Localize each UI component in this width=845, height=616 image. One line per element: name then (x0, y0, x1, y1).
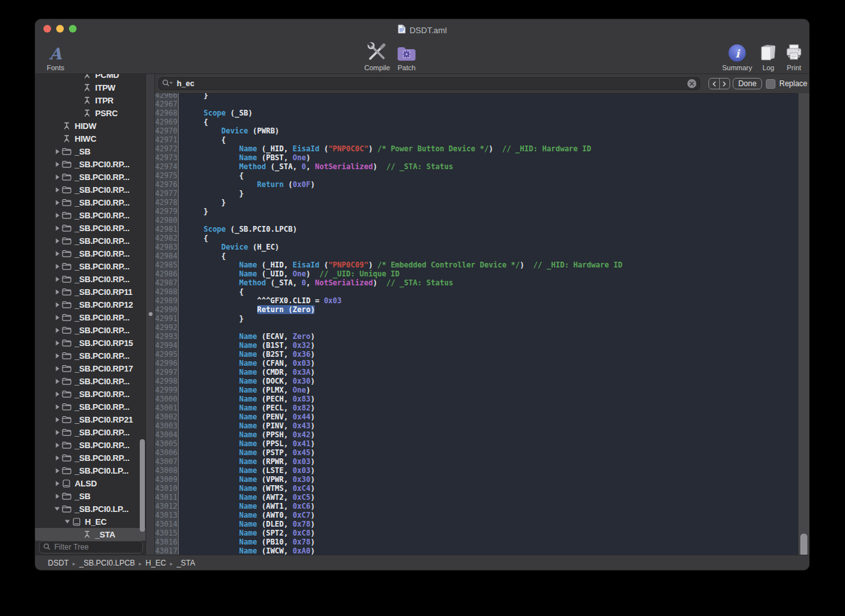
replace-checkbox[interactable] (766, 79, 775, 89)
pane-splitter[interactable] (146, 74, 155, 555)
disclosure-triangle-collapsed[interactable] (53, 251, 61, 257)
tree-item[interactable]: PSRC (35, 107, 146, 119)
breadcrumb-item[interactable]: H_EC (146, 559, 166, 567)
print-button[interactable]: Print (781, 40, 807, 71)
disclosure-triangle-collapsed[interactable] (53, 315, 61, 320)
search-menu-icon[interactable] (162, 78, 173, 89)
tree-item[interactable]: _SB.PCI0.RP... (35, 260, 146, 273)
disclosure-triangle-collapsed[interactable] (53, 391, 61, 397)
tree-item[interactable]: HIDW (35, 119, 146, 132)
compile-button[interactable]: Compile (362, 40, 393, 71)
tree-item[interactable]: PCMD (35, 74, 146, 81)
tree-item[interactable]: _SB.PCI0.RP... (35, 375, 146, 387)
done-button[interactable]: Done (733, 78, 762, 89)
breadcrumb-item[interactable]: DSDT (48, 559, 69, 567)
tree-item[interactable]: _SB.PCI0.RP... (35, 170, 146, 183)
disclosure-triangle-collapsed[interactable] (53, 430, 61, 435)
tree-item[interactable]: _SB.PCI0.RP... (35, 222, 146, 234)
disclosure-triangle-collapsed[interactable] (53, 162, 61, 167)
tree-item[interactable]: _SB.PCI0.RP... (35, 426, 146, 439)
tree-item[interactable]: _SB.PCI0.LP... (35, 502, 146, 515)
tree-item[interactable]: ITPW (35, 81, 146, 94)
breadcrumb-item[interactable]: _STA (177, 559, 195, 567)
disclosure-triangle-collapsed[interactable] (53, 289, 61, 295)
tree-item[interactable]: _SB (35, 145, 146, 158)
sidebar-scrollbar-thumb[interactable] (140, 439, 145, 532)
disclosure-triangle-expanded[interactable] (63, 519, 71, 524)
tree-item[interactable]: ALSD (35, 477, 146, 490)
tree-item[interactable]: _SB.PCI0.RP15 (35, 336, 146, 349)
tree-item[interactable]: _SB.PCI0.RP11 (35, 285, 146, 298)
clear-search-icon[interactable] (687, 79, 696, 88)
disclosure-triangle-collapsed[interactable] (53, 174, 61, 180)
tree-item[interactable]: _SB.PCI0.RP... (35, 234, 146, 247)
code-line: 43009 Name (VPWR, 0x30) (155, 475, 798, 484)
disclosure-triangle-collapsed[interactable] (53, 481, 61, 486)
breadcrumb[interactable]: DSDT▸_SB.PCI0.LPCB▸H_EC▸_STA (48, 559, 195, 567)
tree-item[interactable]: _SB.PCI0.RP12 (35, 298, 146, 311)
replace-toggle[interactable]: Replace (766, 78, 807, 89)
filter-tree-field[interactable] (39, 541, 143, 553)
disclosure-triangle-collapsed[interactable] (53, 238, 61, 244)
title-bar[interactable]: DSDT.aml (35, 19, 809, 38)
disclosure-triangle-collapsed[interactable] (53, 327, 61, 333)
patch-button[interactable]: Patch (393, 40, 421, 71)
tree-item-label: _SB.PCI0.RP... (75, 377, 130, 386)
filter-tree-input[interactable] (53, 542, 138, 552)
fonts-button[interactable]: A Fonts (40, 40, 71, 71)
disclosure-triangle-collapsed[interactable] (53, 455, 61, 461)
close-window-button[interactable] (43, 25, 51, 33)
tree-item[interactable]: _SB.PCI0.RP... (35, 247, 146, 260)
disclosure-triangle-collapsed[interactable] (53, 276, 61, 282)
tree-item[interactable]: H_EC (35, 515, 146, 528)
tree-item[interactable]: _SB.PCI0.RP... (35, 451, 146, 464)
tree-item[interactable]: _SB.PCI0.RP... (35, 387, 146, 400)
disclosure-triangle-collapsed[interactable] (53, 213, 61, 218)
tree-item[interactable]: _SB.PCI0.RP... (35, 400, 146, 413)
tree-item[interactable]: _SB.PCI0.RP... (35, 196, 146, 209)
breadcrumb-item[interactable]: _SB.PCI0.LPCB (79, 559, 135, 567)
disclosure-triangle-collapsed[interactable] (53, 379, 61, 384)
disclosure-triangle-collapsed[interactable] (53, 442, 61, 448)
disclosure-triangle-collapsed[interactable] (53, 468, 61, 474)
zoom-window-button[interactable] (69, 25, 77, 33)
tree-item[interactable]: _SB.PCI0.RP... (35, 349, 146, 362)
disclosure-triangle-collapsed[interactable] (53, 404, 61, 410)
find-next-button[interactable] (720, 79, 730, 89)
tree-item[interactable]: _SB (35, 490, 146, 502)
code-view[interactable]: 42966 }4296742968 Scope (_SB)42969 {4297… (155, 93, 809, 555)
tree-item[interactable]: _SB.PCI0.RP17 (35, 362, 146, 375)
tree-item[interactable]: _SB.PCI0.LP... (35, 464, 146, 477)
disclosure-triangle-collapsed[interactable] (53, 302, 61, 308)
disclosure-triangle-collapsed[interactable] (53, 187, 61, 193)
disclosure-triangle-collapsed[interactable] (53, 340, 61, 346)
find-field[interactable] (158, 77, 700, 90)
tree-item[interactable]: _SB.PCI0.RP... (35, 439, 146, 451)
tree-item[interactable]: _SB.PCI0.RP... (35, 273, 146, 285)
disclosure-triangle-collapsed[interactable] (53, 200, 61, 206)
editor-scrollbar-thumb[interactable] (800, 534, 807, 555)
find-input[interactable] (176, 79, 685, 89)
disclosure-triangle-collapsed[interactable] (53, 493, 61, 499)
tree-item[interactable]: _SB.PCI0.RP... (35, 209, 146, 222)
disclosure-triangle-expanded[interactable] (53, 506, 61, 511)
find-previous-button[interactable] (709, 79, 720, 89)
tree-item[interactable]: _SB.PCI0.RP21 (35, 413, 146, 426)
disclosure-triangle-collapsed[interactable] (53, 264, 61, 269)
disclosure-triangle-collapsed[interactable] (53, 149, 61, 154)
tree-item[interactable]: ITPR (35, 94, 146, 107)
summary-button[interactable]: i Summary (719, 40, 756, 71)
tree-item[interactable]: _SB.PCI0.RP... (35, 311, 146, 324)
log-button[interactable]: Log (756, 40, 781, 71)
tree-item[interactable]: _SB.PCI0.RP... (35, 183, 146, 196)
disclosure-triangle-collapsed[interactable] (53, 225, 61, 231)
tree-item[interactable]: HIWC (35, 132, 146, 145)
minimize-window-button[interactable] (56, 25, 64, 33)
editor-scrollbar[interactable] (798, 93, 809, 555)
disclosure-triangle-collapsed[interactable] (53, 417, 61, 423)
tree-item[interactable]: _STA (35, 528, 146, 541)
tree-item[interactable]: _SB.PCI0.RP... (35, 324, 146, 336)
tree-item[interactable]: _SB.PCI0.RP... (35, 158, 146, 170)
disclosure-triangle-collapsed[interactable] (53, 353, 61, 359)
disclosure-triangle-collapsed[interactable] (53, 366, 61, 372)
